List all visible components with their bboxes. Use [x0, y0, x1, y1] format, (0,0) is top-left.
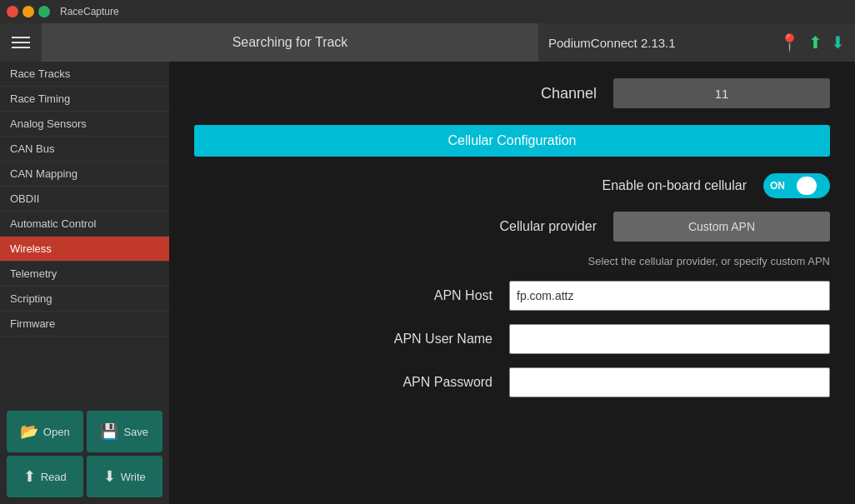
window-controls — [7, 6, 50, 17]
channel-row: Channel — [194, 78, 830, 108]
sidebar-item-obdii[interactable]: OBDII — [0, 187, 169, 212]
main-layout: Race Tracks Race Timing Analog Sensors C… — [0, 62, 855, 504]
open-button[interactable]: 📂 Open — [7, 411, 83, 452]
title-bar: RaceCapture — [0, 0, 855, 23]
sidebar-item-scripting[interactable]: Scripting — [0, 287, 169, 312]
cellular-toggle[interactable]: ON — [763, 173, 830, 198]
provider-button[interactable]: Custom APN — [613, 212, 830, 242]
save-button[interactable]: 💾 Save — [87, 411, 163, 452]
apn-host-row: APN Host — [194, 281, 830, 311]
sidebar-item-race-timing[interactable]: Race Timing — [0, 87, 169, 112]
minimize-button[interactable] — [22, 6, 34, 17]
apn-password-label: APN Password — [402, 375, 492, 390]
toggle-knob — [797, 177, 817, 195]
sidebar-item-automatic-control[interactable]: Automatic Control — [0, 212, 169, 237]
sidebar: Race Tracks Race Timing Analog Sensors C… — [0, 62, 169, 504]
cellular-enable-row: Enable on-board cellular ON — [194, 173, 830, 198]
open-icon: 📂 — [20, 422, 38, 441]
sidebar-item-telemetry[interactable]: Telemetry — [0, 262, 169, 287]
save-icon: 💾 — [100, 422, 118, 441]
sidebar-item-analog-sensors[interactable]: Analog Sensors — [0, 112, 169, 137]
location-icon[interactable]: 📍 — [779, 32, 800, 52]
provider-hint: Select the cellular provider, or specify… — [194, 255, 830, 267]
provider-row: Cellular provider Custom APN — [194, 212, 830, 242]
apn-host-label: APN Host — [434, 288, 492, 303]
channel-label: Channel — [541, 85, 597, 102]
read-button[interactable]: ⬆ Read — [7, 456, 83, 497]
apn-host-input[interactable] — [509, 281, 830, 311]
sidebar-item-firmware[interactable]: Firmware — [0, 312, 169, 337]
sidebar-item-race-tracks[interactable]: Race Tracks — [0, 62, 169, 87]
sidebar-item-wireless[interactable]: Wireless — [0, 237, 169, 262]
header-icons: 📍 ⬆ ⬇ — [779, 32, 845, 52]
toggle-label: ON — [770, 180, 785, 192]
provider-label: Cellular provider — [500, 219, 598, 234]
upload-icon[interactable]: ⬆ — [808, 32, 822, 52]
header-right: PodiumConnect 2.13.1 📍 ⬆ ⬇ — [538, 23, 855, 62]
sidebar-bottom: 📂 Open 💾 Save ⬆ Read ⬇ Write — [0, 404, 169, 504]
hamburger-icon — [12, 37, 30, 48]
sidebar-spacer — [0, 337, 169, 404]
section-header: Cellular Configuration — [194, 125, 830, 157]
content-area: Channel Cellular Configuration Enable on… — [169, 62, 855, 504]
sidebar-item-can-mapping[interactable]: CAN Mapping — [0, 162, 169, 187]
apn-password-input[interactable] — [509, 367, 830, 397]
apn-user-input[interactable] — [509, 324, 830, 354]
apn-user-label: APN User Name — [394, 332, 492, 347]
cellular-enable-label: Enable on-board cellular — [602, 178, 747, 193]
apn-user-row: APN User Name — [194, 324, 830, 354]
app-title: RaceCapture — [60, 6, 119, 17]
write-icon: ⬇ — [103, 467, 116, 486]
menu-button[interactable] — [0, 23, 42, 62]
searching-text: Searching for Track — [232, 35, 348, 50]
close-button[interactable] — [7, 6, 18, 17]
read-icon: ⬆ — [23, 467, 36, 486]
channel-input[interactable] — [613, 78, 830, 108]
download-icon[interactable]: ⬇ — [831, 32, 845, 52]
sidebar-item-can-bus[interactable]: CAN Bus — [0, 137, 169, 162]
version-text: PodiumConnect 2.13.1 — [548, 36, 676, 50]
header-status: Searching for Track — [42, 23, 538, 62]
maximize-button[interactable] — [38, 6, 50, 17]
apn-password-row: APN Password — [194, 367, 830, 397]
header-bar: Searching for Track PodiumConnect 2.13.1… — [0, 23, 855, 62]
write-button[interactable]: ⬇ Write — [87, 456, 163, 497]
